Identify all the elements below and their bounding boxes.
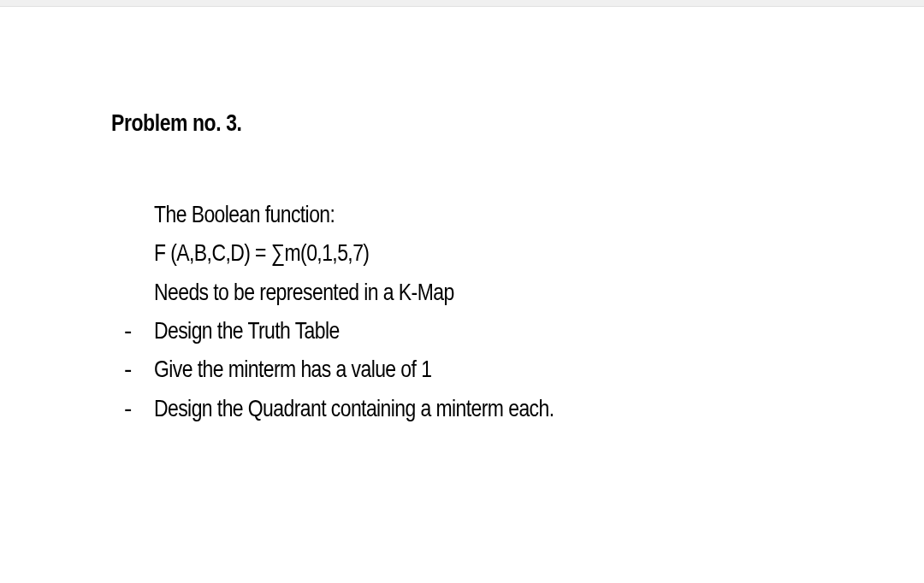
top-divider <box>0 0 924 7</box>
intro-line-1: The Boolean function: <box>154 195 813 233</box>
intro-line-1-text: The Boolean function: <box>154 195 335 233</box>
problem-heading-text: Problem no. 3. <box>111 109 241 137</box>
list-item-text: Design the Quadrant containing a minterm… <box>154 389 554 427</box>
problem-heading: Problem no. 3. <box>111 109 813 137</box>
intro-line-3: Needs to be represented in a K-Map <box>154 273 813 311</box>
problem-body: The Boolean function: F (A,B,C,D) = ∑m(0… <box>111 195 813 311</box>
intro-line-2: F (A,B,C,D) = ∑m(0,1,5,7) <box>154 233 813 272</box>
list-item-text: Give the minterm has a value of 1 <box>154 350 431 388</box>
intro-line-2-text: F (A,B,C,D) = ∑m(0,1,5,7) <box>154 233 369 272</box>
task-list: Design the Truth Table Give the minterm … <box>111 311 813 427</box>
document-content: Problem no. 3. The Boolean function: F (… <box>0 7 924 427</box>
list-item: Design the Truth Table <box>111 311 813 350</box>
list-item: Design the Quadrant containing a minterm… <box>111 389 813 427</box>
list-item-text: Design the Truth Table <box>154 311 340 350</box>
list-item: Give the minterm has a value of 1 <box>111 350 813 388</box>
intro-line-3-text: Needs to be represented in a K-Map <box>154 273 454 311</box>
